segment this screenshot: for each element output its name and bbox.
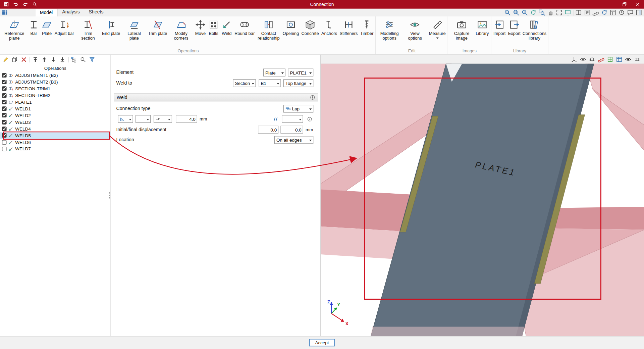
move-top-icon[interactable] bbox=[32, 56, 39, 63]
element-type-dropdown[interactable]: Plate bbox=[263, 68, 285, 76]
ribbon-button-concrete[interactable]: Concrete bbox=[300, 18, 320, 37]
3d-viewport[interactable]: PLATE1 Z Y X bbox=[321, 64, 644, 336]
ribbon-button-connections-library[interactable]: Connections library bbox=[522, 18, 547, 41]
orbit-icon[interactable] bbox=[589, 56, 596, 63]
ribbon-button-end-plate[interactable]: End plate bbox=[101, 18, 121, 37]
delete-icon[interactable] bbox=[20, 56, 28, 63]
panel-icon[interactable] bbox=[635, 9, 642, 16]
ribbon-button-import[interactable]: Import bbox=[492, 18, 507, 37]
close-button[interactable] bbox=[631, 0, 644, 9]
app-icon[interactable] bbox=[2, 9, 8, 15]
checkbox[interactable] bbox=[2, 127, 6, 131]
tree-item-section-trim1[interactable]: SECTION-TRIM1 bbox=[0, 85, 110, 92]
tree-item-adjustment1-b2[interactable]: ADJUSTMENT1 (B2) bbox=[0, 72, 110, 79]
checkbox[interactable] bbox=[2, 147, 6, 151]
info-icon[interactable] bbox=[310, 95, 315, 100]
final-displacement-input[interactable] bbox=[280, 126, 303, 134]
search2-icon[interactable] bbox=[80, 56, 87, 63]
ribbon-button-stiffeners[interactable]: Stiffeners bbox=[338, 18, 359, 37]
weld-to-type-dropdown[interactable]: Section bbox=[233, 79, 256, 87]
ribbon-button-export[interactable]: Export bbox=[507, 18, 522, 37]
element-name-dropdown[interactable]: PLATE1 bbox=[288, 68, 313, 76]
tree-item-weld3[interactable]: WELD3 bbox=[0, 119, 110, 126]
weld-material-dropdown[interactable] bbox=[136, 115, 151, 123]
move-down-icon[interactable] bbox=[50, 56, 57, 63]
tree-item-adjustment2-b3[interactable]: ADJUSTMENT2 (B3) bbox=[0, 79, 110, 85]
move-up-icon[interactable] bbox=[41, 56, 48, 63]
ribbon-button-capture-image[interactable]: Capture image bbox=[449, 18, 475, 41]
ribbon-button-view-options[interactable]: View options bbox=[402, 18, 428, 41]
ribbon-button-bolts[interactable]: Bolts bbox=[207, 18, 220, 37]
ruler-red-icon[interactable] bbox=[598, 56, 605, 63]
weld-type-dropdown[interactable] bbox=[118, 115, 133, 123]
regenerate-icon[interactable] bbox=[530, 9, 537, 16]
ribbon-button-modify-corners[interactable]: Modify corners bbox=[168, 18, 194, 41]
zoom-all-icon[interactable] bbox=[513, 9, 520, 16]
save-icon[interactable] bbox=[3, 1, 9, 7]
ribbon-button-library[interactable]: Library bbox=[474, 18, 490, 37]
tab-analysis[interactable]: Analysis bbox=[58, 9, 84, 16]
ribbon-button-anchors[interactable]: Anchors bbox=[320, 18, 338, 37]
initial-displacement-input[interactable] bbox=[258, 126, 278, 134]
tree-item-section-trim2[interactable]: SECTION-TRIM2 bbox=[0, 92, 110, 99]
ribbon-button-modelling-options[interactable]: Modelling options bbox=[377, 18, 402, 41]
lcs-icon[interactable] bbox=[571, 56, 578, 63]
weld-contour-dropdown[interactable] bbox=[154, 115, 172, 123]
members-icon[interactable] bbox=[634, 56, 641, 63]
tree-item-weld4[interactable]: WELD4 bbox=[0, 126, 110, 132]
ribbon-button-measure[interactable]: Measure bbox=[428, 18, 447, 41]
checkbox[interactable] bbox=[2, 86, 6, 91]
panel-splitter-handle[interactable] bbox=[109, 192, 110, 194]
tree-item-weld2[interactable]: WELD2 bbox=[0, 112, 110, 119]
ribbon-button-contact-relationship[interactable]: Contact relationship bbox=[256, 18, 281, 41]
zoom-window-icon[interactable] bbox=[538, 9, 545, 16]
redo-icon[interactable] bbox=[22, 1, 28, 7]
edit-icon[interactable] bbox=[2, 56, 9, 63]
ruler2-icon[interactable] bbox=[592, 9, 599, 16]
location-dropdown[interactable]: On all edges bbox=[274, 136, 313, 144]
weld-to-member-dropdown[interactable]: B1 bbox=[259, 79, 281, 87]
visibility-icon[interactable] bbox=[580, 56, 587, 63]
accept-button[interactable]: Accept bbox=[309, 339, 334, 346]
tab-sheets[interactable]: Sheets bbox=[84, 9, 108, 16]
refresh-icon[interactable] bbox=[601, 9, 608, 16]
tree-item-weld6[interactable]: WELD6 bbox=[0, 139, 110, 146]
ribbon-button-trim-section[interactable]: Trim section bbox=[75, 18, 101, 41]
find-icon[interactable] bbox=[504, 9, 511, 16]
checkbox[interactable] bbox=[2, 100, 6, 104]
checkbox[interactable] bbox=[2, 73, 6, 78]
checkbox[interactable] bbox=[2, 106, 6, 111]
zoom-in-icon[interactable] bbox=[521, 9, 528, 16]
ribbon-button-adjust-bar[interactable]: Adjust bar bbox=[53, 18, 75, 37]
restore-button[interactable] bbox=[618, 0, 631, 9]
pan-icon[interactable] bbox=[547, 9, 554, 16]
weld-option-dropdown[interactable] bbox=[282, 115, 303, 123]
ribbon-button-opening[interactable]: Opening bbox=[281, 18, 300, 37]
layout-icon[interactable] bbox=[609, 9, 616, 16]
eye-dark-icon[interactable] bbox=[625, 56, 632, 63]
checkbox[interactable] bbox=[2, 93, 6, 97]
ribbon-button-timber[interactable]: Timber bbox=[359, 18, 375, 37]
connection-type-dropdown[interactable]: Lap bbox=[283, 105, 313, 112]
clock-icon[interactable] bbox=[618, 9, 625, 16]
ribbon-button-trim-plate[interactable]: Trim plate bbox=[147, 18, 168, 37]
tree-icon[interactable] bbox=[71, 56, 78, 63]
tab-model[interactable]: Model bbox=[35, 9, 58, 16]
tree-item-weld5[interactable]: WELD5 bbox=[0, 132, 110, 139]
ribbon-button-plate[interactable]: Plate bbox=[40, 18, 53, 37]
tree-item-weld1[interactable]: WELD1 bbox=[0, 105, 110, 112]
checkbox[interactable] bbox=[2, 120, 6, 124]
ribbon-button-weld[interactable]: Weld bbox=[220, 18, 233, 37]
checkbox[interactable] bbox=[2, 113, 6, 117]
ribbon-button-round-bar[interactable]: Round bar bbox=[233, 18, 256, 37]
checkbox[interactable] bbox=[2, 80, 6, 84]
tree-item-plate1[interactable]: PLATE1 bbox=[0, 99, 110, 105]
comment-icon[interactable] bbox=[627, 9, 634, 16]
ribbon-button-reference-plane[interactable]: Reference plane bbox=[2, 18, 27, 41]
report-icon[interactable] bbox=[584, 9, 591, 16]
info-icon[interactable] bbox=[307, 116, 313, 122]
ribbon-button-bar[interactable]: Bar bbox=[27, 18, 40, 37]
window-icon[interactable] bbox=[575, 9, 582, 16]
filter-icon[interactable] bbox=[89, 56, 96, 63]
ribbon-button-lateral-plate[interactable]: Lateral plate bbox=[121, 18, 147, 41]
